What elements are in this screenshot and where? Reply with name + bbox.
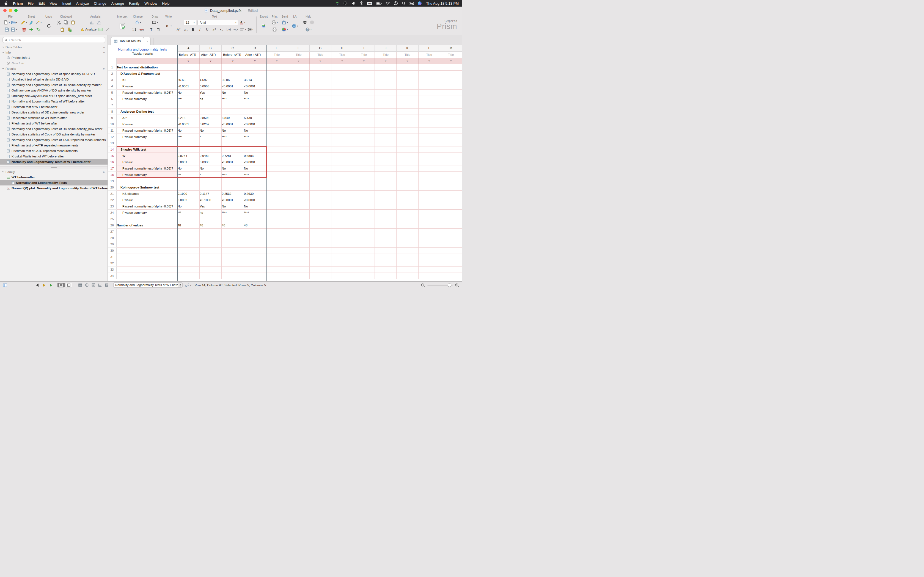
cell-L31[interactable] xyxy=(418,254,440,260)
save-button[interactable] xyxy=(3,27,10,32)
cell-I22[interactable] xyxy=(353,197,375,203)
row-number-11[interactable]: 11 xyxy=(108,127,116,134)
cell-B23[interactable]: Yes xyxy=(200,203,222,210)
column-title-D[interactable]: After +ATR xyxy=(244,52,266,58)
cell-E4[interactable] xyxy=(266,83,288,89)
cell-A19[interactable] xyxy=(178,178,200,184)
row-label-13[interactable] xyxy=(116,140,178,146)
cell-B22[interactable]: >0.1000 xyxy=(200,197,222,203)
cell-M20[interactable] xyxy=(440,184,462,190)
row-label-23[interactable]: Passed normality test (alpha=0.05)? xyxy=(116,203,178,210)
cell-D32[interactable] xyxy=(244,260,266,266)
cell-B12[interactable]: * xyxy=(200,134,222,140)
cell-F5[interactable] xyxy=(288,89,309,96)
cell-H14[interactable] xyxy=(331,146,353,153)
cell-F31[interactable] xyxy=(288,254,309,260)
cell-F28[interactable] xyxy=(288,235,309,241)
cell-J29[interactable] xyxy=(375,241,397,247)
cell-I16[interactable] xyxy=(353,159,375,165)
save-button[interactable]: ▾ xyxy=(11,27,17,32)
cell-G1[interactable] xyxy=(309,64,331,70)
text-T-button[interactable]: T xyxy=(148,27,154,32)
cell-D20[interactable] xyxy=(244,184,266,190)
droplet-button[interactable]: ▾ xyxy=(135,19,141,25)
cell-J33[interactable] xyxy=(375,266,397,272)
cell-B14[interactable] xyxy=(200,146,222,153)
cell-L24[interactable] xyxy=(418,210,440,216)
cell-B7[interactable] xyxy=(200,102,222,108)
cell-D12[interactable]: **** xyxy=(244,134,266,140)
row-label-18[interactable]: P value summary xyxy=(116,171,178,178)
paste-button[interactable] xyxy=(70,19,76,25)
section-header-family[interactable]: Family» xyxy=(0,169,108,174)
cell-K30[interactable] xyxy=(397,247,418,254)
cell-H16[interactable] xyxy=(331,159,353,165)
cell-F30[interactable] xyxy=(288,247,309,254)
cell-K23[interactable] xyxy=(397,203,418,210)
cell-M14[interactable] xyxy=(440,146,462,153)
cell-K15[interactable] xyxy=(397,153,418,159)
cell-A34[interactable] xyxy=(178,272,200,279)
cell-G5[interactable] xyxy=(309,89,331,96)
cell-C20[interactable] xyxy=(222,184,244,190)
gray-circle-button[interactable] xyxy=(309,19,315,25)
cell-A10[interactable]: <0.0001 xyxy=(178,121,200,127)
cell-G28[interactable] xyxy=(309,235,331,241)
cell-E6[interactable] xyxy=(266,96,288,102)
cell-H17[interactable] xyxy=(331,165,353,171)
column-letter-H[interactable]: H xyxy=(331,45,353,52)
row-label-34[interactable] xyxy=(116,272,178,279)
cell-C2[interactable] xyxy=(222,70,244,77)
cell-E13[interactable] xyxy=(266,140,288,146)
layouts-icon[interactable] xyxy=(105,283,108,287)
cell-A7[interactable] xyxy=(178,102,200,108)
cell-A2[interactable] xyxy=(178,70,200,77)
cell-B31[interactable] xyxy=(200,254,222,260)
row-label-22[interactable]: P value xyxy=(116,197,178,203)
row-number-33[interactable]: 33 xyxy=(108,266,116,272)
cell-C17[interactable]: No xyxy=(222,165,244,171)
next-family-sheet-button[interactable] xyxy=(50,284,52,287)
cell-C6[interactable]: **** xyxy=(222,96,244,102)
italic-button[interactable]: I xyxy=(197,27,203,32)
cell-J34[interactable] xyxy=(375,272,397,279)
cell-D2[interactable] xyxy=(244,70,266,77)
cell-K31[interactable] xyxy=(397,254,418,260)
cell-I1[interactable] xyxy=(353,64,375,70)
cell-D3[interactable]: 36.14 xyxy=(244,77,266,83)
cell-G25[interactable] xyxy=(309,216,331,222)
row-label-30[interactable] xyxy=(116,247,178,254)
cell-F19[interactable] xyxy=(288,178,309,184)
cell-I15[interactable] xyxy=(353,153,375,159)
cell-D14[interactable] xyxy=(244,146,266,153)
cell-I34[interactable] xyxy=(353,272,375,279)
cell-E7[interactable] xyxy=(266,102,288,108)
column-letter-E[interactable]: E xyxy=(266,45,288,52)
cell-L7[interactable] xyxy=(418,102,440,108)
cell-M29[interactable] xyxy=(440,241,462,247)
cell-D33[interactable] xyxy=(244,266,266,272)
cell-J19[interactable] xyxy=(375,178,397,184)
cell-A9[interactable]: 2.216 xyxy=(178,114,200,121)
cell-E10[interactable] xyxy=(266,121,288,127)
cell-E14[interactable] xyxy=(266,146,288,153)
cell-G2[interactable] xyxy=(309,70,331,77)
cell-A3[interactable]: 36.65 xyxy=(178,77,200,83)
cell-M24[interactable] xyxy=(440,210,462,216)
cell-L4[interactable] xyxy=(418,83,440,89)
cell-G30[interactable] xyxy=(309,247,331,254)
cell-D28[interactable] xyxy=(244,235,266,241)
cell-F25[interactable] xyxy=(288,216,309,222)
row-label-7[interactable] xyxy=(116,102,178,108)
cell-H19[interactable] xyxy=(331,178,353,184)
cell-A30[interactable] xyxy=(178,247,200,254)
cell-M16[interactable] xyxy=(440,159,462,165)
sidebar-item-normality-and-lognormality-tests-of-spin[interactable]: Normality and Lognormality Tests of spin… xyxy=(0,71,108,77)
cell-M23[interactable] xyxy=(440,203,462,210)
cell-F9[interactable] xyxy=(288,114,309,121)
cell-G12[interactable] xyxy=(309,134,331,140)
cell-I2[interactable] xyxy=(353,70,375,77)
subscript-button[interactable]: x2 xyxy=(218,27,225,32)
line-spacing-button[interactable]: ▾ xyxy=(247,27,254,32)
cell-G11[interactable] xyxy=(309,127,331,134)
